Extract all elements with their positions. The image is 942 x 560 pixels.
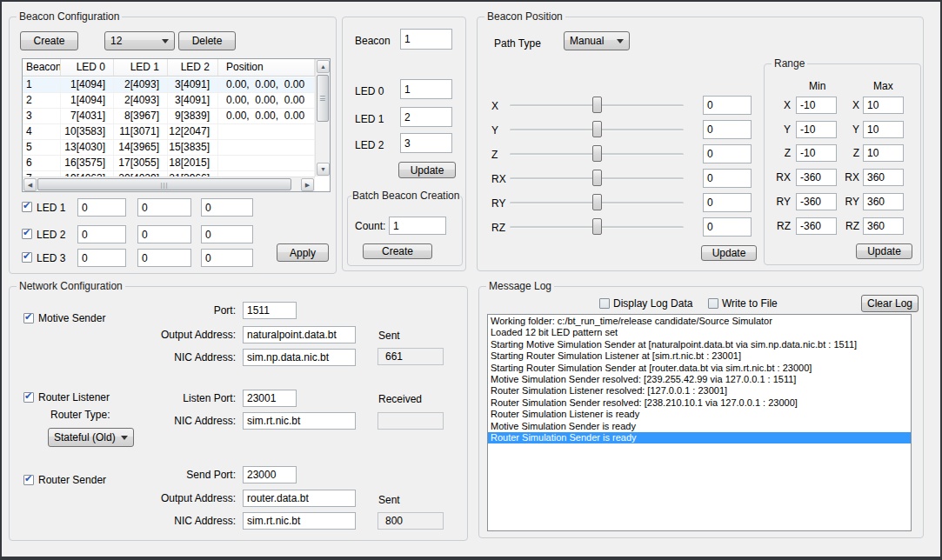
router-sender-checkbox[interactable] [23,475,34,485]
log-line[interactable]: Router Simulation Sender is ready [488,432,911,443]
motive-port-input[interactable] [243,302,297,319]
range-max-input-x[interactable] [863,97,904,114]
sender-nic-address-input[interactable] [243,512,356,530]
led2-input[interactable] [400,133,452,153]
update-position-button[interactable]: Update [701,245,757,261]
batch-create-button[interactable]: Create [363,243,432,259]
table-row[interactable]: 11[4094]2[4093]3[4091]0.00, 0.00, 0.00 [23,77,315,93]
slider-value-input-rx[interactable] [703,169,752,188]
led-row-checkbox[interactable] [22,229,32,239]
router-type-dropdown[interactable]: Stateful (Old) [48,428,134,447]
led-override-input[interactable] [201,198,253,217]
table-row[interactable]: 21[4094]2[4093]3[4091]0.00, 0.00, 0.00 [23,93,315,109]
scroll-up-icon[interactable]: ▲ [317,60,330,73]
horizontal-scrollbar[interactable]: ◀ ||| ▶ [23,177,315,191]
range-max-input-y[interactable] [863,121,904,138]
table-row[interactable]: 37[4031]8[3967]9[3839]0.00, 0.00, 0.00 [23,109,315,124]
led0-input[interactable] [400,79,452,99]
log-line[interactable]: Loaded 12 bit LED pattern set [488,327,911,338]
slider-value-input-x[interactable] [703,96,752,115]
path-type-dropdown[interactable]: Manual [564,31,630,50]
table-row[interactable]: 616[3575]17[3055]18[2015] [23,156,315,171]
log-line[interactable]: Starting Router Simulation Sender at [ro… [488,363,911,374]
pattern-count-dropdown[interactable]: 12 [104,31,175,50]
led1-input[interactable] [400,107,452,127]
slider-label: Y [491,124,498,137]
slider-thumb[interactable] [592,145,602,162]
display-log-data-checkbox[interactable] [599,298,610,309]
range-min-input-rx[interactable] [796,169,837,186]
log-listbox[interactable]: Working folder: c:/bt_run_time/release c… [487,314,912,531]
column-header[interactable]: Beacon [23,59,61,76]
slider-thumb[interactable] [592,170,602,186]
batch-count-input[interactable] [389,217,446,235]
log-line[interactable]: Router Simulation Sender resolved: [238.… [488,397,911,409]
motive-sender-checkbox[interactable] [23,313,34,323]
range-min-input-x[interactable] [796,97,837,114]
beacon-number-input[interactable] [400,29,452,50]
scroll-right-icon[interactable]: ▶ [301,178,314,191]
listener-nic-address-input[interactable] [243,412,356,430]
range-min-input-ry[interactable] [796,193,837,210]
motive-output-address-input[interactable] [243,326,356,343]
log-line[interactable]: Router Simulation Listener resolved: [12… [488,385,911,397]
log-line[interactable]: Router Simulation Listener is ready [488,409,911,420]
led-override-input[interactable] [77,225,126,243]
log-line[interactable]: Motive Simulation Sender is ready [488,421,911,432]
led-override-input[interactable] [77,198,126,217]
slider-thumb[interactable] [592,194,602,210]
range-max-input-rz[interactable] [863,217,904,235]
column-header[interactable]: Position [218,59,315,76]
led-override-input[interactable] [137,225,191,243]
log-line[interactable]: Working folder: c:/bt_run_time/release c… [488,316,911,327]
slider-thumb[interactable] [592,97,602,113]
vertical-scroll-thumb[interactable]: ☰ [317,75,329,122]
range-min-input-z[interactable] [796,144,837,162]
led-override-input[interactable] [201,225,253,243]
apply-button[interactable]: Apply [277,243,329,262]
update-range-button[interactable]: Update [856,243,912,259]
slider-thumb[interactable] [592,218,602,235]
range-min-input-y[interactable] [796,121,837,138]
log-line[interactable]: Starting Motive Simulation Sender at [na… [488,339,911,350]
range-max-input-z[interactable] [863,144,904,162]
column-header[interactable]: LED 1 [114,59,168,76]
horizontal-scroll-thumb[interactable]: ||| [37,178,291,190]
led-override-input[interactable] [137,249,191,267]
led-row-checkbox[interactable] [22,202,32,212]
led-override-input[interactable] [201,249,253,267]
create-beacon-button[interactable]: Create [20,31,78,50]
slider-value-input-rz[interactable] [703,217,752,237]
write-to-file-checkbox[interactable] [708,298,718,309]
clear-log-button[interactable]: Clear Log [861,295,919,312]
column-header[interactable]: LED 0 [61,59,114,76]
slider-value-input-y[interactable] [703,120,752,139]
log-line[interactable]: Starting Router Simulation Listener at [… [488,350,911,362]
slider-value-input-z[interactable] [703,144,752,163]
vertical-scrollbar[interactable]: ▲ ☰ ▼ [315,59,330,177]
range-max-input-rx[interactable] [863,169,904,186]
write-to-file-label: Write to File [722,297,778,310]
slider-thumb[interactable] [592,121,602,137]
led-override-input[interactable] [137,198,191,217]
update-beacon-button[interactable]: Update [398,162,456,178]
slider-value-input-ry[interactable] [703,193,752,212]
listen-port-input[interactable] [243,390,297,407]
scroll-left-icon[interactable]: ◀ [23,178,37,191]
table-row[interactable]: 410[3583]11[3071]12[2047] [23,124,315,140]
led0-label: LED 0 [355,85,384,97]
column-header[interactable]: LED 2 [168,59,218,76]
motive-nic-address-input[interactable] [243,349,356,366]
range-max-input-ry[interactable] [863,193,904,210]
delete-beacon-button[interactable]: Delete [178,31,236,50]
table-row[interactable]: 513[4030]14[3965]15[3835] [23,140,315,156]
log-line[interactable]: Motive Simulation Sender resolved: [239.… [488,374,911,385]
scroll-down-icon[interactable]: ▼ [317,163,330,176]
range-min-input-rz[interactable] [796,217,837,235]
sender-output-address-input[interactable] [243,490,356,507]
network-configuration-group: Network Configuration Motive Sender Port… [9,286,468,541]
led-override-input[interactable] [77,249,126,267]
led-row-checkbox[interactable] [22,252,32,263]
router-listener-checkbox[interactable] [23,392,34,403]
send-port-input[interactable] [243,466,297,483]
